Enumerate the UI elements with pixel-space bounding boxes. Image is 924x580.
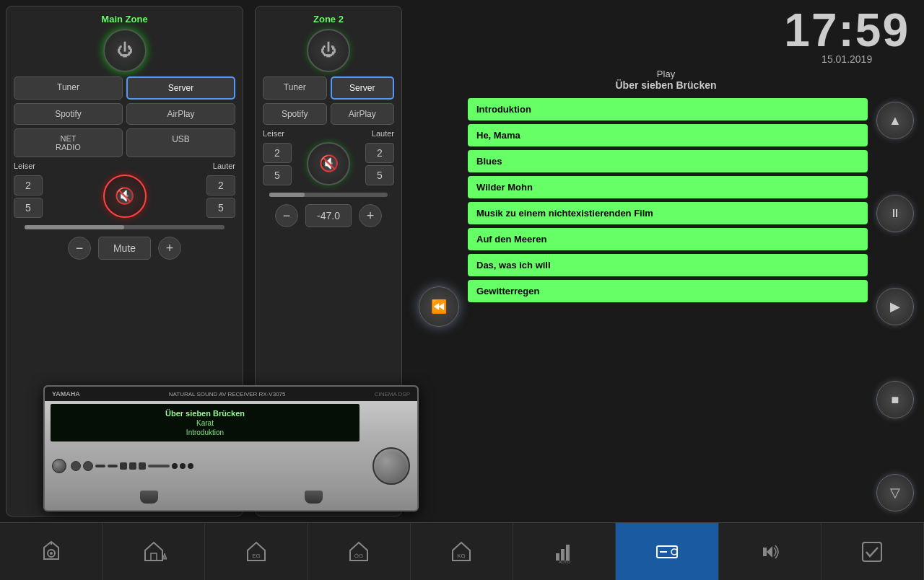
nav-item-floor-kg[interactable]: KG [411,523,513,580]
tracks-column: Introduktion He, Mama Blues Wilder Mohn … [468,98,868,515]
svg-marker-20 [763,548,767,556]
zone2-spotify-btn[interactable]: Spotify [263,103,327,125]
nav-item-receiver[interactable] [616,523,718,580]
zone1-airplay-btn[interactable]: AirPlay [126,103,235,125]
zone1-vol-step2-right[interactable]: 5 [206,198,235,218]
svg-rect-15 [566,545,570,561]
track-item-7[interactable]: Gewitterregen [468,280,868,302]
nav-item-home-outdoor[interactable] [103,523,205,580]
zone1-title: Main Zone [101,14,147,25]
zone2-leiser-label: Leiser [263,129,284,138]
zone1-mute-row: − Mute + [14,237,235,260]
zone1-minus-btn[interactable]: − [68,237,91,260]
nav-item-audio[interactable] [719,523,821,580]
nav-item-check[interactable] [821,523,924,580]
rcv-btn1[interactable] [120,462,127,470]
zone1-source-grid: Tuner Server Spotify AirPlay NETRADIO US… [14,76,235,157]
svg-rect-22 [863,542,881,561]
zone2-vol-step1[interactable]: 2 [263,143,292,163]
rcv-logo-disc [52,459,66,473]
bottom-nav: EG ÖG KG AUTO [0,522,924,580]
zone2-plus-btn[interactable]: + [359,204,382,227]
track-item-2[interactable]: Blues [468,150,868,172]
receiver-line2: Karat [196,419,214,427]
svg-point-18 [671,549,677,555]
zone1-vol-step2[interactable]: 5 [14,198,43,218]
svg-rect-5 [151,553,157,561]
svg-text:KG: KG [458,553,466,559]
zone1-vol-step1[interactable]: 2 [14,175,43,195]
zone2-title: Zone 2 [313,14,344,25]
track-item-3[interactable]: Wilder Mohn [468,176,868,198]
rcv-jack3 [188,463,193,469]
scroll-up-btn[interactable]: ▲ [876,102,914,139]
track-item-6[interactable]: Das, was ich will [468,254,868,276]
nav-item-floor-og[interactable]: ÖG [308,523,411,580]
zone2-vol-row: − -47.0 + [263,204,394,227]
svg-rect-14 [561,549,565,561]
svg-text:EG: EG [252,553,261,559]
track-item-4[interactable]: Musik zu einem nichtexistierenden Film [468,202,868,224]
now-playing-area: Play Über sieben Brücken [415,69,917,91]
svg-marker-21 [767,546,772,558]
svg-text:AUTO: AUTO [558,560,570,564]
rcv-small-ctrl2[interactable] [83,461,93,471]
svg-marker-4 [145,542,162,561]
rewind-btn[interactable]: ⏪ [419,286,459,327]
track-list-area: ⏪ Introduktion He, Mama Blues Wilder Moh… [415,98,917,515]
zone2-minus-btn[interactable]: − [275,204,298,227]
receiver-line1: Über sieben Brücken [165,409,245,418]
zone1-server-btn[interactable]: Server [126,76,235,100]
zone2-lauter-label: Lauter [372,129,394,138]
play-btn[interactable]: ▶ [876,288,914,325]
svg-text:ÖG: ÖG [354,553,363,559]
zone1-leiser-label: Leiser [14,162,35,170]
receiver-line3: Introduktion [186,429,224,436]
now-playing-status: Play [415,69,917,79]
track-item-5[interactable]: Auf den Meeren [468,228,868,250]
zone1-mute-center-btn[interactable]: 🔇 [103,175,147,218]
zone2-server-btn[interactable]: Server [331,76,395,100]
svg-point-2 [50,552,53,555]
nav-item-floor-eg[interactable]: EG [205,523,308,580]
nav-item-settings[interactable] [0,523,103,580]
rcv-btn2[interactable] [129,462,136,470]
zone1-mute-btn[interactable]: Mute [98,237,151,260]
zone2-mute-center-btn[interactable]: 🔇 [307,142,350,185]
playback-controls-column: ▲ ⏸ ▶ ■ ▽ [873,98,917,515]
nav-item-auto[interactable]: AUTO [513,523,616,580]
zone1-vol-slider[interactable] [25,225,224,229]
zone1-vol-step1-right[interactable]: 2 [206,175,235,195]
scroll-down-btn[interactable]: ▽ [876,474,914,511]
rcv-volume-knob[interactable] [372,447,410,485]
rcv-jack1 [172,463,178,469]
zone2-tuner-btn[interactable]: Tuner [263,76,327,100]
now-playing-song: Über sieben Brücken [415,79,917,91]
pause-btn[interactable]: ⏸ [876,195,914,232]
zone1-netradio-btn[interactable]: NETRADIO [14,128,123,157]
zone2-airplay-btn[interactable]: AirPlay [331,103,395,125]
receiver-area: YAMAHA NATURAL SOUND AV RECEIVER RX-V307… [43,385,469,519]
zone2-vol-step2-right[interactable]: 5 [365,165,394,185]
stop-btn[interactable]: ■ [876,381,914,418]
track-item-1[interactable]: He, Mama [468,124,868,146]
zone1-usb-btn[interactable]: USB [126,128,235,157]
rcv-btn3[interactable] [139,462,146,470]
zone1-spotify-btn[interactable]: Spotify [14,103,123,125]
rcv-small-ctrl1[interactable] [71,461,81,471]
zone2-source-grid: Tuner Server Spotify AirPlay [263,76,394,125]
zone2-vol-step2[interactable]: 5 [263,165,292,185]
zone1-tuner-btn[interactable]: Tuner [14,76,123,100]
track-item-0[interactable]: Introduktion [468,98,868,120]
receiver-brand: YAMAHA [52,390,80,397]
zone2-vol-slider[interactable] [269,193,388,197]
rcv-jack2 [180,463,186,469]
zone1-plus-btn[interactable]: + [158,237,181,260]
zone2-vol-step1-right[interactable]: 2 [365,143,394,163]
zone1-lauter-label: Lauter [213,162,235,170]
zone1-power-button[interactable]: ⏻ [103,29,147,72]
zone2-power-button[interactable]: ⏻ [307,29,350,72]
zone2-vol-display: -47.0 [305,204,352,227]
